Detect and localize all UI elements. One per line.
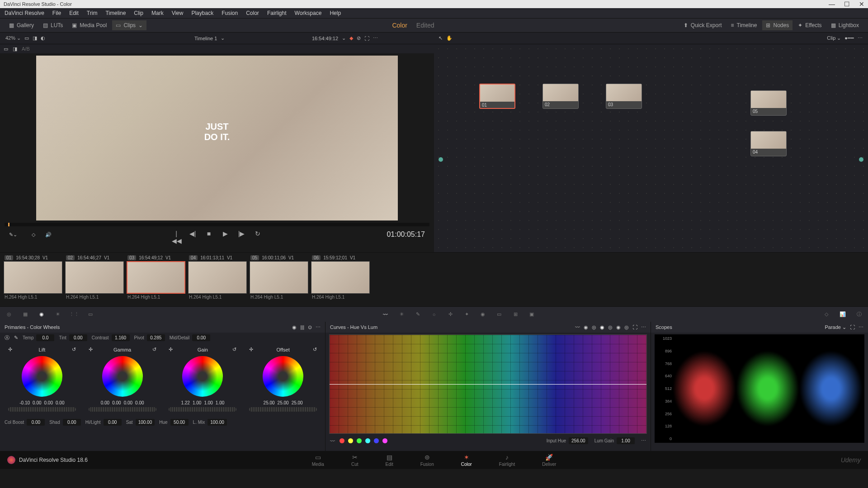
stop-button[interactable]: ■ xyxy=(204,230,213,239)
marker-icon[interactable]: ◆ xyxy=(349,35,353,41)
contrast-value[interactable]: 1.160 xyxy=(112,334,130,341)
shad-value[interactable]: 0.00 xyxy=(63,419,81,426)
lmix-value[interactable]: 100.00 xyxy=(208,419,227,426)
cyan-dot[interactable] xyxy=(365,438,370,443)
expand-icon[interactable]: ⛶ xyxy=(364,36,369,41)
tint-value[interactable]: 0.00 xyxy=(69,334,87,341)
more-icon[interactable]: ⋯ xyxy=(859,324,863,330)
loop-button[interactable]: ↻ xyxy=(253,230,262,239)
clip-item[interactable]: 0416:01:13;11V1H.264 High L5.1 xyxy=(188,254,247,305)
wheels-mode-icon[interactable]: ◉ xyxy=(292,324,297,330)
warper-icon[interactable]: ✳ xyxy=(397,310,406,319)
node-03[interactable]: 03 xyxy=(606,84,642,109)
curve-huesat-icon[interactable]: ◎ xyxy=(592,324,596,330)
blue-dot[interactable] xyxy=(374,438,379,443)
minimize-icon[interactable]: — xyxy=(829,0,835,8)
color-wheels-icon[interactable]: ◉ xyxy=(37,310,46,319)
green-dot[interactable] xyxy=(357,438,362,443)
timeline-name[interactable]: Timeline 1 xyxy=(194,36,217,41)
luts-button[interactable]: ▤LUTs xyxy=(39,20,66,30)
page-deliver[interactable]: 🚀Deliver xyxy=(542,454,556,467)
menu-workspace[interactable]: Workspace xyxy=(295,10,322,16)
graph-output[interactable] xyxy=(859,157,863,162)
hue-value[interactable]: 50.00 xyxy=(170,419,189,426)
first-frame-button[interactable]: |◀◀ xyxy=(172,230,181,239)
picker-icon[interactable]: ✢ xyxy=(8,347,12,352)
sizing-icon[interactable]: ⊞ xyxy=(511,310,520,319)
unmix-icon[interactable]: ◇ xyxy=(32,232,35,238)
page-fairlight[interactable]: ♪Fairlight xyxy=(499,454,515,467)
page-color[interactable]: ✶Color xyxy=(461,454,472,467)
menu-davinci[interactable]: DaVinci Resolve xyxy=(5,10,44,16)
page-fusion[interactable]: ⊚Fusion xyxy=(420,454,434,467)
clips-button[interactable]: ▭Clips⌄ xyxy=(112,20,146,30)
mute-icon[interactable]: 🔊 xyxy=(45,232,52,238)
reset-icon[interactable]: ↺ xyxy=(232,347,236,352)
inputhue-value[interactable]: 256.00 xyxy=(569,437,588,444)
viewer-scrubber[interactable] xyxy=(5,223,429,226)
more-icon[interactable]: ⋯ xyxy=(858,35,863,41)
menu-fusion[interactable]: Fusion xyxy=(222,10,238,16)
clip-item[interactable]: 0615:59:12;01V1H.264 High L5.1 xyxy=(311,254,370,305)
clip-mode-dropdown[interactable]: Clip ⌄ xyxy=(827,35,841,41)
menu-playback[interactable]: Playback xyxy=(191,10,213,16)
picker-icon[interactable]: ✎ xyxy=(14,335,18,341)
picker-icon[interactable]: ✢ xyxy=(169,347,173,352)
curve-lumsat-icon[interactable]: ◎ xyxy=(608,324,613,330)
menu-view[interactable]: View xyxy=(172,10,184,16)
gallery-button[interactable]: ▦Gallery xyxy=(5,20,38,30)
bars-mode-icon[interactable]: ||| xyxy=(300,324,304,330)
next-frame-button[interactable]: |▶ xyxy=(237,230,246,239)
hdr-wheels-icon[interactable]: ☀ xyxy=(53,310,62,319)
curve-satlum-icon[interactable]: ◎ xyxy=(624,324,629,330)
expand-icon[interactable]: ⛶ xyxy=(850,324,855,330)
viewer-image[interactable] xyxy=(36,56,398,221)
temp-value[interactable]: 0.0 xyxy=(36,334,54,341)
lumgain-value[interactable]: 1.00 xyxy=(617,437,635,444)
more-icon[interactable]: ⋯ xyxy=(316,324,321,330)
highlight-icon[interactable]: ◐ xyxy=(41,35,45,41)
view-mode-icon[interactable]: ▭ xyxy=(24,35,29,41)
bypass-icon[interactable]: ⊘ xyxy=(357,35,361,41)
page-cut[interactable]: ✂Cut xyxy=(351,454,359,467)
effects-button[interactable]: ✦Effects xyxy=(794,20,825,30)
tracking-icon[interactable]: ✢ xyxy=(446,310,455,319)
master-slider[interactable] xyxy=(249,407,317,412)
pivot-value[interactable]: 0.285 xyxy=(147,334,165,341)
picker-icon[interactable]: ✢ xyxy=(249,347,253,352)
image-wipe-icon[interactable]: ▭ xyxy=(4,46,8,52)
red-dot[interactable] xyxy=(340,438,344,443)
curve-custom-icon[interactable]: 〰 xyxy=(575,324,580,330)
curves-graph[interactable] xyxy=(329,334,647,434)
menu-color[interactable]: Color xyxy=(246,10,259,16)
mediapool-button[interactable]: ▣Media Pool xyxy=(68,20,110,30)
close-icon[interactable]: ✕ xyxy=(859,0,864,8)
node-graph[interactable]: 0102030504 xyxy=(434,44,868,252)
motion-effects-icon[interactable]: ▭ xyxy=(86,310,95,319)
menu-mark[interactable]: Mark xyxy=(151,10,164,16)
node-01[interactable]: 01 xyxy=(479,84,515,109)
reset-icon[interactable]: ↺ xyxy=(152,347,156,352)
curve-satsat-icon[interactable]: ◉ xyxy=(616,324,621,330)
yellow-dot[interactable] xyxy=(348,438,353,443)
curves-icon[interactable]: 〰 xyxy=(381,310,390,319)
auto-balance-icon[interactable]: Ⓐ xyxy=(5,334,9,341)
camera-raw-icon[interactable]: ◎ xyxy=(5,310,14,319)
curve-huehue-icon[interactable]: ◉ xyxy=(584,324,588,330)
master-slider[interactable] xyxy=(169,407,236,412)
color-checker-icon[interactable]: ▦ xyxy=(21,310,30,319)
color-wheel[interactable] xyxy=(263,356,303,397)
node-04[interactable]: 04 xyxy=(750,131,787,156)
clip-item[interactable]: 0516:00:11;06V1H.264 High L5.1 xyxy=(250,254,308,305)
reset-icon[interactable]: ↺ xyxy=(313,347,317,352)
keyframe-icon[interactable]: ◇ xyxy=(822,310,831,319)
clip-item[interactable]: 0216:54:46;27V1H.264 High L5.1 xyxy=(65,254,124,305)
node-zoom-slider[interactable]: ●━━ xyxy=(844,35,854,41)
expand-icon[interactable]: ⛶ xyxy=(632,324,637,330)
hand-icon[interactable]: ✋ xyxy=(446,35,453,41)
menu-file[interactable]: File xyxy=(52,10,61,16)
page-media[interactable]: ▭Media xyxy=(312,454,324,467)
picker-icon[interactable]: ✢ xyxy=(89,347,93,352)
zoom-dropdown[interactable]: 42% ⌄ xyxy=(5,35,21,41)
master-slider[interactable] xyxy=(8,407,76,412)
